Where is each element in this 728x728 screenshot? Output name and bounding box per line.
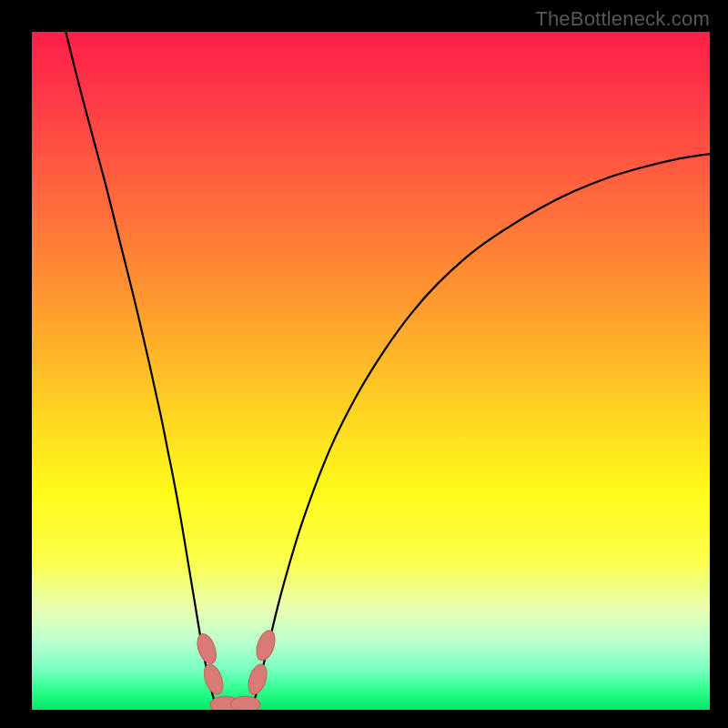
marker-right-pair-bottom	[245, 662, 270, 696]
curve-layer	[32, 32, 710, 710]
bottleneck-curve	[66, 32, 710, 710]
chart-frame: TheBottleneck.com	[0, 0, 728, 728]
plot-area	[32, 32, 710, 710]
marker-bottom-right	[230, 696, 260, 710]
markers-group	[194, 628, 278, 710]
watermark-text: TheBottleneck.com	[535, 7, 710, 31]
marker-left-pair-bottom	[200, 662, 227, 696]
marker-right-pair-top	[253, 628, 278, 662]
marker-left-pair-top	[194, 632, 220, 666]
